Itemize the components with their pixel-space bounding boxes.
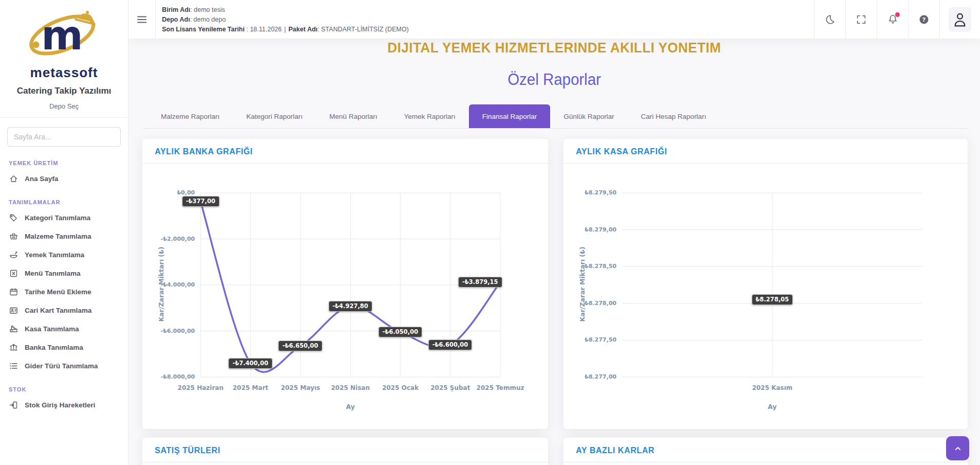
home-icon: [9, 174, 18, 183]
tag-icon: [9, 213, 18, 222]
contact-card-icon: [9, 306, 18, 315]
data-label: -₺4.927,80: [329, 301, 373, 312]
tab-gunluk-raporlar[interactable]: Günlük Raporlar: [550, 104, 627, 128]
sidebar-item-label: Stok Giriş Hareketleri: [25, 401, 95, 409]
y-tick-label: ₺8.279,00: [569, 226, 616, 233]
satis-card-title: SATIŞ TÜRLERI: [142, 438, 548, 462]
sidebar-item-malzeme-tanimlama[interactable]: Malzeme Tanımlama: [0, 227, 128, 245]
y-tick-label: -₺6.000,00: [148, 328, 195, 334]
topbar-actions: ?: [814, 0, 980, 39]
app-title: Catering Takip Yazılımı: [0, 86, 128, 96]
sidebar-item-label: Yemek Tanımlama: [25, 251, 84, 259]
sidebar-item-label: Ana Sayfa: [25, 175, 58, 183]
sidebar-item-tarihe-menu-ekleme[interactable]: Tarihe Menü Ekleme: [0, 282, 128, 301]
banka-card-title: AYLIK BANKA GRAFIĞI: [142, 139, 548, 164]
y-tick-label: -₺4.000,00: [148, 281, 195, 288]
food-bowl-icon: [9, 250, 18, 259]
sidebar-item-kategori-tanimlama[interactable]: Kategori Tanımlama: [0, 208, 128, 227]
notifications-button[interactable]: [877, 0, 908, 39]
y-tick-label: ₺8.279,50: [569, 189, 616, 196]
search-input[interactable]: [7, 127, 121, 147]
page-banner-title: DIJITAL YEMEK HIZMETLERINDE AKILLI YONET…: [158, 40, 950, 56]
sidebar-item-kasa-tanimlama[interactable]: Kasa Tanımlama: [0, 319, 128, 338]
x-tick-label: 2025 Temmuz: [467, 384, 534, 391]
tab-kategori-raporlari[interactable]: Kategori Raporları: [233, 104, 316, 128]
sidebar-nav: YEMEK ÜRETİMAna SayfaTANIMLAMALARKategor…: [0, 149, 128, 414]
data-label: -₺3.879,15: [458, 277, 502, 288]
help-icon: ?: [919, 14, 929, 25]
tab-malzeme-raporlari[interactable]: Malzeme Raporları: [148, 104, 233, 128]
logo-mark-icon: m: [19, 7, 109, 65]
data-label: -₺7.400,00: [228, 358, 273, 369]
kasa-card-title: AYLIK KASA GRAFIĞI: [564, 139, 968, 164]
x-axis-title: Ay: [325, 403, 376, 410]
sidebar-item-stok-giris-hareketleri[interactable]: Stok Giriş Hareketleri: [0, 396, 128, 414]
menu-toggle-button[interactable]: [129, 0, 155, 39]
depot-info: Depo Adı: demo depo: [162, 15, 409, 25]
content: DIJITAL YEMEK HIZMETLERINDE AKILLI YONET…: [129, 39, 980, 465]
sidebar-item-label: Malzeme Tanımlama: [25, 233, 92, 240]
stock-in-icon: [9, 400, 18, 409]
sidebar-item-ana-sayfa[interactable]: Ana Sayfa: [0, 169, 128, 188]
report-tabbar: Malzeme RaporlarıKategori RaporlarıMenü …: [142, 104, 968, 129]
tab-cari-hesap-raporlari[interactable]: Cari Hesap Raporları: [628, 104, 720, 128]
tab-yemek-raporlari[interactable]: Yemek Raporları: [391, 104, 469, 128]
scroll-top-button[interactable]: [946, 436, 969, 460]
nav-section-tanimlamalar: TANIMLAMALAR: [0, 188, 128, 208]
satis-card: SATIŞ TÜRLERI: [142, 438, 548, 465]
y-tick-label: ₺8.278,00: [569, 300, 616, 307]
sidebar-item-menu-tanimlama[interactable]: Menü Tanımlama: [0, 264, 128, 282]
user-menu-button[interactable]: [939, 0, 980, 39]
tab-menu-raporlari[interactable]: Menü Raporları: [316, 104, 391, 128]
kasa-card: AYLIK KASA GRAFIĞI ₺8.279,50₺8.279,00₺8.…: [564, 139, 968, 429]
sidebar-item-label: Kasa Tanımlama: [25, 325, 79, 333]
help-button[interactable]: ?: [908, 0, 939, 39]
menu-icon: [136, 14, 148, 25]
banka-chart: ₺0,00-₺2.000,00-₺4.000,00-₺6.000,00-₺8.0…: [142, 164, 548, 429]
fullscreen-icon: [856, 14, 867, 25]
metassoft-logo[interactable]: m metassoft: [0, 0, 128, 81]
unit-info: Birim Adı: demo tesis: [162, 5, 409, 15]
notification-badge: [895, 12, 900, 17]
fullscreen-button[interactable]: [845, 0, 877, 39]
y-axis-title: Kar/Zarar Miktarı (₺): [157, 233, 165, 336]
avatar: [949, 7, 971, 32]
moon-icon: [824, 14, 836, 25]
y-tick-label: -₺8.000,00: [148, 373, 195, 380]
x-axis-title: Ay: [747, 403, 798, 410]
sidebar-item-yemek-tanimlama[interactable]: Yemek Tanımlama: [0, 245, 128, 264]
y-tick-label: ₺8.278,50: [569, 263, 616, 270]
y-tick-label: -₺2.000,00: [148, 236, 195, 242]
sidebar-item-label: Cari Kart Tanımlama: [25, 307, 92, 314]
depot-select-link[interactable]: Depo Seç: [0, 102, 128, 110]
calendar-icon: [9, 287, 18, 296]
bank-icon: [9, 343, 18, 352]
y-tick-label: ₺0,00: [148, 189, 195, 196]
nav-section-yemek-ureti-m: YEMEK ÜRETİM: [0, 149, 128, 169]
topbar: Birim Adı: demo tesis Depo Adı: demo dep…: [129, 0, 980, 39]
tab-finansal-raporlar[interactable]: Finansal Raporlar: [469, 104, 551, 128]
data-label: -₺6.600,00: [428, 339, 473, 350]
aybazli-card: AY BAZLI KARLAR: [564, 438, 968, 465]
kasa-chart: ₺8.279,50₺8.279,00₺8.278,50₺8.278,00₺8.2…: [564, 164, 968, 429]
sidebar-item-cari-kart-tanimlama[interactable]: Cari Kart Tanımlama: [0, 301, 128, 319]
brand-name: metassoft: [0, 65, 128, 81]
y-axis-title: Kar/Zarar Miktarı (₺): [578, 233, 586, 336]
banka-card: AYLIK BANKA GRAFIĞI ₺0,00-₺2.000,00-₺4.0…: [142, 139, 548, 429]
y-tick-label: ₺8.277,50: [569, 336, 616, 343]
data-label: ₺8.278,05: [752, 294, 793, 305]
chevron-up-icon: [953, 443, 963, 454]
data-label: -₺377,00: [182, 196, 220, 207]
license-info: Son Lisans Yenileme Tarihi : 18.11.2026|…: [162, 25, 409, 34]
user-icon: [952, 11, 968, 28]
sidebar-item-banka-tanimlama[interactable]: Banka Tanımlama: [0, 338, 128, 356]
aybazli-card-title: AY BAZLI KARLAR: [564, 438, 968, 462]
page-title: Özel Raporlar: [150, 70, 958, 89]
sidebar-item-label: Kategori Tanımlama: [25, 214, 90, 222]
facility-info: Birim Adı: demo tesis Depo Adı: demo dep…: [156, 1, 409, 38]
dark-mode-button[interactable]: [814, 0, 845, 39]
cash-register-icon: [9, 324, 18, 333]
sidebar-item-label: Banka Tanımlama: [25, 344, 83, 351]
sidebar-item-gider-turu-tanimlama[interactable]: Gider Türü Tanımlama: [0, 356, 128, 375]
sidebar: m metassoft Catering Takip Yazılımı Depo…: [0, 0, 129, 465]
